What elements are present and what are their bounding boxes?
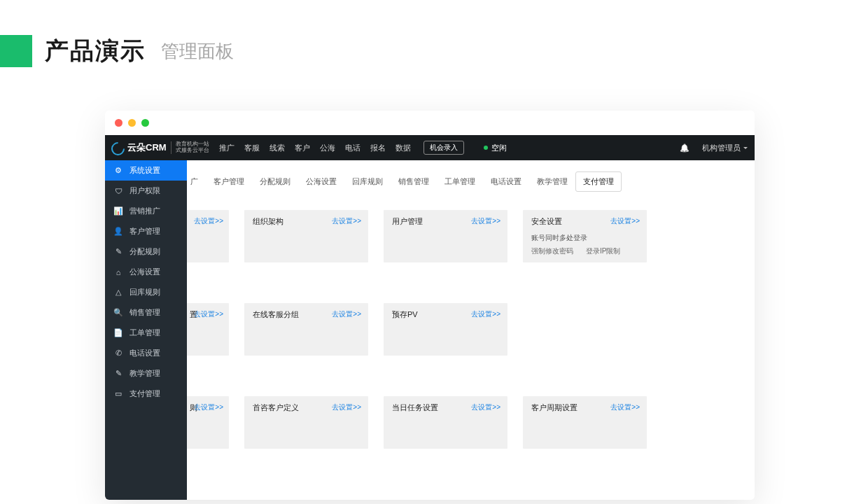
sidebar-item-label: 销售管理 (130, 307, 160, 318)
tab[interactable]: 电话设置 (483, 172, 529, 192)
nav-item[interactable]: 客服 (244, 143, 260, 153)
tab[interactable]: 客户管理 (206, 172, 252, 192)
sidebar-item-call[interactable]: ✆ 电话设置 (105, 343, 187, 363)
chevron-down-icon (743, 147, 748, 149)
app-body: ⚙ 系统设置 🛡 用户权限 📊 营销推广 👤 客户管理 ✎ 分配规则 ⌂ 公海 (105, 160, 755, 500)
sidebar-item-teaching[interactable]: ✎ 教学管理 (105, 363, 187, 384)
go-settings-link[interactable]: 去设置>> (332, 309, 361, 319)
logo[interactable]: 云朵CRM 教育机构一站 式服务云平台 (111, 141, 209, 154)
go-settings-link[interactable]: 去设置>> (610, 216, 640, 226)
go-settings-link[interactable]: 去设置>> (194, 402, 223, 412)
logo-text: 云朵CRM (127, 141, 167, 154)
shield-icon: 🛡 (114, 187, 122, 195)
card-subtext: 账号同时多处登录 (531, 233, 640, 243)
tab[interactable]: 公海设置 (298, 172, 344, 192)
sidebar-item-publicpool[interactable]: ⌂ 公海设置 (105, 262, 187, 282)
sub-tabs: 广 客户管理 分配规则 公海设置 回库规则 销售管理 工单管理 电话设置 教学管… (190, 172, 748, 192)
status-dot-icon (484, 146, 488, 150)
tab[interactable]: 教学管理 (529, 172, 575, 192)
card-customercycle[interactable]: 客户周期设置 去设置>> (523, 396, 647, 449)
triangle-icon: △ (114, 288, 122, 297)
sidebar-item-customer[interactable]: 👤 客户管理 (105, 221, 187, 241)
maximize-icon[interactable] (141, 119, 149, 127)
notification-icon[interactable] (680, 144, 690, 153)
card-firstconsult[interactable]: 首咨客户定义 去设置>> (244, 396, 368, 449)
card-sub-item: 强制修改密码 (531, 246, 573, 256)
card-row: 置 去设置>> 在线客服分组 去设置>> 预存PV 去设置>> (194, 303, 748, 356)
settings-icon: ⚙ (114, 166, 122, 175)
go-settings-link[interactable]: 去设置>> (332, 216, 361, 226)
sidebar-item-recycle[interactable]: △ 回库规则 (105, 282, 187, 302)
document-icon: 📄 (114, 328, 122, 337)
tab[interactable]: 分配规则 (252, 172, 298, 192)
status-label: 空闲 (491, 143, 507, 153)
card-partial[interactable]: 则 去设置>> (187, 396, 229, 449)
header-right: 机构管理员 (680, 143, 748, 153)
go-settings-link[interactable]: 去设置>> (194, 216, 223, 226)
nav-item[interactable]: 客户 (295, 143, 310, 153)
window-titlebar (105, 111, 755, 135)
sidebar-item-sales[interactable]: 🔍 销售管理 (105, 302, 187, 323)
sidebar-item-user-permissions[interactable]: 🛡 用户权限 (105, 181, 187, 201)
nav-item[interactable]: 数据 (396, 143, 411, 153)
nav-item[interactable]: 电话 (345, 143, 360, 153)
go-settings-link[interactable]: 去设置>> (471, 309, 500, 319)
card-dailytask[interactable]: 当日任务设置 去设置>> (384, 396, 507, 449)
sidebar-item-label: 电话设置 (130, 348, 160, 358)
card-preset-pv[interactable]: 预存PV 去设置>> (384, 303, 507, 356)
sidebar-item-label: 回库规则 (130, 287, 160, 298)
pen-icon: ✎ (114, 247, 122, 256)
go-settings-link[interactable]: 去设置>> (471, 216, 500, 226)
app-header: 云朵CRM 教育机构一站 式服务云平台 推广 客服 线索 客户 公海 电话 报名… (105, 135, 755, 160)
nav-item[interactable]: 报名 (370, 143, 386, 153)
sidebar-item-allocation[interactable]: ✎ 分配规则 (105, 241, 187, 262)
card-partial[interactable]: 去设置>> (187, 210, 229, 262)
logo-swoosh-icon (111, 141, 123, 154)
card-icon: ▭ (114, 389, 122, 398)
top-nav: 推广 客服 线索 客户 公海 电话 报名 数据 机会录入 (219, 141, 464, 155)
status-indicator[interactable]: 空闲 (484, 143, 507, 153)
tab[interactable]: 销售管理 (391, 172, 437, 192)
go-settings-link[interactable]: 去设置>> (332, 402, 361, 412)
card-partial[interactable]: 置 去设置>> (187, 303, 229, 356)
sidebar-item-label: 客户管理 (130, 226, 160, 237)
card-online-group[interactable]: 在线客服分组 去设置>> (244, 303, 368, 356)
card-security[interactable]: 安全设置 去设置>> 账号同时多处登录 强制修改密码 登录IP限制 (523, 210, 647, 262)
sidebar-item-label: 支付管理 (130, 388, 160, 399)
nav-item[interactable]: 推广 (219, 143, 234, 153)
sidebar-item-system-settings[interactable]: ⚙ 系统设置 (105, 160, 187, 181)
main-panel: 广 客户管理 分配规则 公海设置 回库规则 销售管理 工单管理 电话设置 教学管… (187, 160, 755, 500)
sidebar-item-label: 工单管理 (130, 328, 160, 338)
minimize-icon[interactable] (128, 119, 136, 127)
phone-icon: ✆ (114, 349, 122, 358)
sidebar-item-ticket[interactable]: 📄 工单管理 (105, 323, 187, 343)
sidebar-item-payment[interactable]: ▭ 支付管理 (105, 384, 187, 404)
home-icon: ⌂ (114, 268, 122, 276)
sidebar-item-label: 分配规则 (130, 246, 160, 257)
card-sub-item: 登录IP限制 (586, 246, 620, 256)
record-button[interactable]: 机会录入 (424, 141, 464, 155)
nav-item[interactable]: 线索 (270, 143, 285, 153)
card-row: 则 去设置>> 首咨客户定义 去设置>> 当日任务设置 去设置>> 客户周期设置… (194, 396, 748, 449)
tab-fragment[interactable]: 广 (190, 172, 206, 192)
chart-icon: 📊 (114, 206, 122, 216)
sidebar-item-label: 系统设置 (130, 165, 160, 176)
sidebar-item-marketing[interactable]: 📊 营销推广 (105, 201, 187, 221)
nav-item[interactable]: 公海 (320, 143, 335, 153)
user-menu[interactable]: 机构管理员 (702, 143, 748, 153)
go-settings-link[interactable]: 去设置>> (610, 402, 640, 412)
go-settings-link[interactable]: 去设置>> (194, 309, 223, 319)
sidebar: ⚙ 系统设置 🛡 用户权限 📊 营销推广 👤 客户管理 ✎ 分配规则 ⌂ 公海 (105, 160, 187, 500)
close-icon[interactable] (115, 119, 122, 127)
tab[interactable]: 回库规则 (344, 172, 391, 192)
card-user-mgmt[interactable]: 用户管理 去设置>> (384, 210, 507, 262)
tab[interactable]: 支付管理 (575, 172, 622, 192)
sidebar-item-label: 公海设置 (130, 267, 160, 277)
pencil-icon: ✎ (114, 369, 122, 378)
tab[interactable]: 工单管理 (437, 172, 483, 192)
card-org-structure[interactable]: 组织架构 去设置>> (244, 210, 368, 262)
logo-tagline: 教育机构一站 式服务云平台 (171, 141, 209, 154)
go-settings-link[interactable]: 去设置>> (471, 402, 500, 412)
user-label: 机构管理员 (702, 143, 741, 153)
user-icon: 👤 (114, 227, 122, 236)
